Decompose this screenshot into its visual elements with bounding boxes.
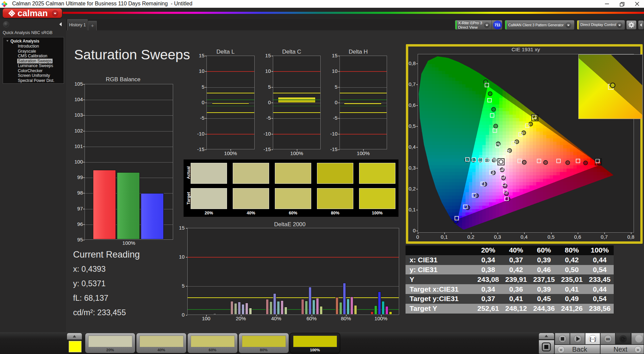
svg-text:⟳: ⟳ [621, 336, 626, 342]
svg-text:∞: ∞ [606, 336, 610, 342]
svg-text:»: » [637, 347, 639, 352]
svg-text:[··]: [··] [590, 336, 595, 342]
svg-text:«: « [560, 347, 562, 352]
